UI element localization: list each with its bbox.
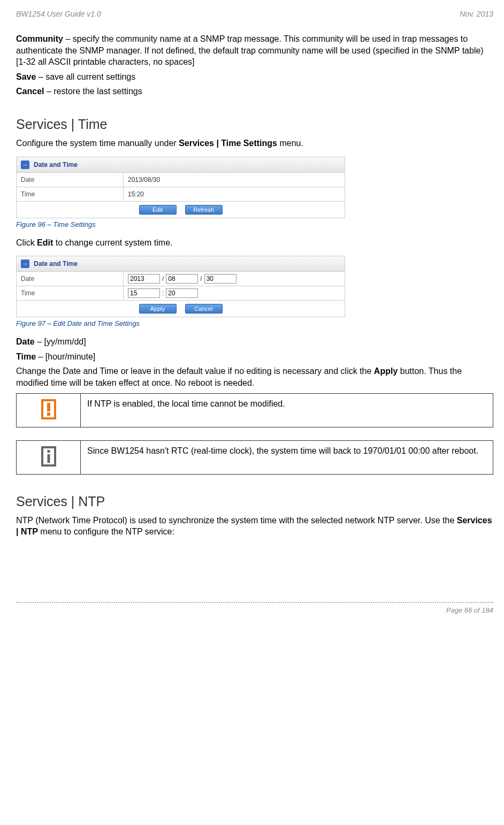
refresh-button[interactable]: Refresh [185, 205, 223, 215]
time-desc-pre: Configure the system time manually under [16, 139, 179, 148]
fig97-caption: Figure 97 – Edit Date and Time Settings [16, 319, 493, 327]
fig96-caption: Figure 96 – Time Settings [16, 220, 493, 228]
colon: : [162, 289, 164, 297]
click-edit-bold: Edit [37, 238, 53, 247]
date-label: Date [17, 173, 124, 187]
save-paragraph: Save – save all current settings [16, 71, 493, 83]
date-month-input[interactable] [166, 274, 198, 284]
community-paragraph: Community – specify the community name a… [16, 33, 493, 68]
date-format-label: Date [16, 337, 35, 346]
time-heading: Services | Time [16, 117, 493, 132]
footer-text: Page 66 of 184 [446, 606, 493, 614]
date-row-edit: Date / / [17, 272, 345, 286]
ntp-desc-post: menu to configure the NTP service: [38, 527, 174, 536]
warning-icon-cell [17, 393, 81, 427]
slash2: / [200, 275, 202, 282]
time-desc: Configure the system time manually under… [16, 138, 493, 149]
panel-title: Date and Time [34, 161, 78, 169]
page-footer: Page 66 of 184 [16, 602, 493, 614]
ntp-desc: NTP (Network Time Protocol) is used to s… [16, 515, 493, 538]
time-hour-input[interactable] [128, 288, 160, 298]
time-label: Time [17, 187, 124, 201]
time-min-input[interactable] [166, 288, 198, 298]
date-format-text: – [yy/mm/dd] [35, 337, 86, 346]
date-inputs: / / [124, 272, 345, 286]
cancel-button[interactable]: Cancel [185, 304, 223, 314]
header-right: Nov. 2013 [460, 10, 493, 18]
time-row-edit: Time : [17, 286, 345, 301]
date-row: Date 2013/08/30 [17, 173, 345, 187]
panel-title-edit: Date and Time [34, 260, 78, 268]
date-label-edit: Date [17, 272, 124, 286]
warning-note: If NTP is enabled, the local time cannot… [16, 393, 493, 427]
header-left: BW1254 User Guide v1.0 [16, 10, 101, 18]
date-day-input[interactable] [204, 274, 236, 284]
edit-button[interactable]: Edit [139, 205, 177, 215]
save-text: – save all current settings [36, 72, 135, 81]
panel-header: → Date and Time [17, 157, 345, 173]
time-format-text: – [hour/minute] [36, 352, 95, 361]
date-format-line: Date – [yy/mm/dd] [16, 336, 493, 348]
info-icon-cell [17, 440, 81, 474]
datetime-panel-view: → Date and Time Date 2013/08/30 Time 15:… [16, 157, 345, 218]
time-format-line: Time – [hour/minute] [16, 351, 493, 363]
datetime-panel-edit: → Date and Time Date / / Time : Apply Ca… [16, 256, 345, 317]
date-year-input[interactable] [128, 274, 160, 284]
info-text: Since BW1254 hasn't RTC (real-time clock… [81, 440, 493, 474]
time-inputs: : [124, 286, 345, 300]
time-format-label: Time [16, 352, 36, 361]
info-note: Since BW1254 hasn't RTC (real-time clock… [16, 440, 493, 475]
slash1: / [162, 275, 164, 282]
cancel-label: Cancel [16, 87, 44, 96]
panel-header-edit: → Date and Time [17, 256, 345, 272]
time-label-edit: Time [17, 286, 124, 300]
cancel-text: – restore the last settings [44, 87, 142, 96]
change-paragraph: Change the Date and Time or leave in the… [16, 365, 493, 388]
time-desc-bold: Services | Time Settings [179, 139, 277, 148]
click-edit-pre: Click [16, 238, 37, 247]
arrow-icon: → [21, 161, 29, 169]
arrow-icon: → [21, 259, 29, 268]
community-text: – specify the community name at a SNMP t… [16, 34, 484, 66]
ntp-desc-pre: NTP (Network Time Protocol) is used to s… [16, 516, 457, 525]
click-edit-line: Click Edit to change current system time… [16, 237, 493, 249]
click-edit-post: to change current system time. [53, 238, 172, 247]
info-icon [41, 446, 56, 467]
button-row: Edit Refresh [17, 202, 345, 218]
save-label: Save [16, 72, 36, 81]
change-bold: Apply [374, 366, 398, 376]
ntp-heading: Services | NTP [16, 494, 493, 509]
date-value: 2013/08/30 [124, 173, 345, 187]
time-value: 15:20 [124, 187, 345, 201]
time-row: Time 15:20 [17, 187, 345, 202]
warning-icon [41, 399, 56, 419]
warning-text: If NTP is enabled, the local time cannot… [81, 393, 493, 427]
time-desc-post: menu. [277, 139, 303, 148]
cancel-paragraph: Cancel – restore the last settings [16, 86, 493, 97]
apply-button[interactable]: Apply [139, 304, 177, 314]
page-header: BW1254 User Guide v1.0 Nov. 2013 [16, 10, 493, 18]
button-row-edit: Apply Cancel [17, 301, 345, 317]
community-label: Community [16, 34, 63, 43]
change-pre: Change the Date and Time or leave in the… [16, 366, 374, 376]
